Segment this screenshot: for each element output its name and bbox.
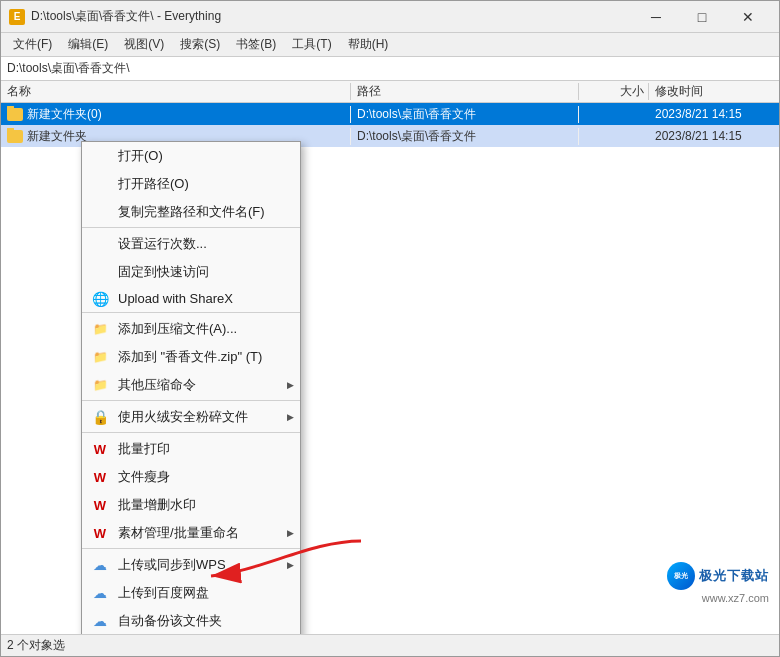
menu-bookmarks[interactable]: 书签(B) [228,34,284,56]
ctx-other-zip[interactable]: 📁 其他压缩命令 [82,371,300,401]
ctx-open[interactable]: 打开(O) [82,142,300,170]
wps-manage-icon: W [90,523,110,543]
ctx-fire-shred[interactable]: 🔒 使用火绒安全粉碎文件 [82,403,300,433]
file-path-cell: D:\tools\桌面\香香文件 [351,128,579,145]
ctx-add-named-zip[interactable]: 📁 添加到 "香香文件.zip" (T) [82,343,300,371]
minimize-button[interactable]: ─ [633,1,679,33]
folder-icon [7,108,23,121]
title-bar: E D:\tools\桌面\香香文件\ - Everything ─ □ ✕ [1,1,779,33]
cloud-wps-icon: ☁ [90,555,110,575]
ctx-copy-full-path[interactable]: 复制完整路径和文件名(F) [82,198,300,228]
col-header-name[interactable]: 名称 [1,83,351,100]
close-button[interactable]: ✕ [725,1,771,33]
watermark-logo: 极光 极光下载站 [667,562,769,590]
folder-icon [7,130,23,143]
watermark-name: 极光下载站 [699,567,769,585]
file-list-header: 名称 路径 大小 修改时间 [1,81,779,103]
ctx-material-manage[interactable]: W 素材管理/批量重命名 [82,519,300,549]
zip-icon: 📁 [90,319,110,339]
ctx-auto-backup[interactable]: ☁ 自动备份该文件夹 [82,607,300,634]
ctx-file-size[interactable]: W 文件瘦身 [82,463,300,491]
menu-file[interactable]: 文件(F) [5,34,60,56]
ctx-upload-wps[interactable]: ☁ 上传或同步到WPS [82,551,300,579]
menu-edit[interactable]: 编辑(E) [60,34,116,56]
window-controls: ─ □ ✕ [633,1,771,33]
watermark: 极光 极光下载站 www.xz7.com [667,562,769,604]
menu-tools[interactable]: 工具(T) [284,34,339,56]
address-path: D:\tools\桌面\香香文件\ [7,60,130,77]
wps-watermark-icon: W [90,495,110,515]
col-header-date[interactable]: 修改时间 [649,83,779,100]
wps-print-icon: W [90,439,110,459]
status-text: 2 个对象选 [7,637,65,654]
ctx-add-zip[interactable]: 📁 添加到压缩文件(A)... [82,315,300,343]
file-path-cell: D:\tools\桌面\香香文件 [351,106,579,123]
main-content: 名称 路径 大小 修改时间 新建文件夹(0) D:\tools\桌面\香香文件 … [1,81,779,634]
address-bar[interactable]: D:\tools\桌面\香香文件\ [1,57,779,81]
table-row[interactable]: 新建文件夹(0) D:\tools\桌面\香香文件 2023/8/21 14:1… [1,103,779,125]
watermark-url: www.xz7.com [702,592,769,604]
ctx-sharex[interactable]: 🌐 Upload with ShareX [82,286,300,313]
col-header-size[interactable]: 大小 [579,83,649,100]
file-name-cell: 新建文件夹(0) [1,106,351,123]
menu-bar: 文件(F) 编辑(E) 视图(V) 搜索(S) 书签(B) 工具(T) 帮助(H… [1,33,779,57]
context-menu: 打开(O) 打开路径(O) 复制完整路径和文件名(F) 设置运行次数... 固定… [81,141,301,634]
ctx-open-path[interactable]: 打开路径(O) [82,170,300,198]
ctx-upload-baidu[interactable]: ☁ 上传到百度网盘 [82,579,300,607]
menu-help[interactable]: 帮助(H) [340,34,397,56]
ctx-set-run-count[interactable]: 设置运行次数... [82,230,300,258]
col-header-path[interactable]: 路径 [351,83,579,100]
zip3-icon: 📁 [90,375,110,395]
ctx-pin-quick[interactable]: 固定到快速访问 [82,258,300,286]
menu-search[interactable]: 搜索(S) [172,34,228,56]
file-date-cell: 2023/8/21 14:15 [649,107,779,121]
sharex-icon: 🌐 [90,289,110,309]
main-window: E D:\tools\桌面\香香文件\ - Everything ─ □ ✕ 文… [0,0,780,657]
wps-size-icon: W [90,467,110,487]
maximize-button[interactable]: □ [679,1,725,33]
ctx-batch-print[interactable]: W 批量打印 [82,435,300,463]
title-path: D:\tools\桌面\香香文件\ - Everything [31,8,633,25]
menu-view[interactable]: 视图(V) [116,34,172,56]
watermark-icon: 极光 [667,562,695,590]
app-icon: E [9,9,25,25]
cloud-baidu-icon: ☁ [90,583,110,603]
ctx-batch-watermark[interactable]: W 批量增删水印 [82,491,300,519]
shred-icon: 🔒 [90,407,110,427]
file-date-cell: 2023/8/21 14:15 [649,129,779,143]
status-bar: 2 个对象选 [1,634,779,656]
zip2-icon: 📁 [90,347,110,367]
cloud-backup-icon: ☁ [90,611,110,631]
